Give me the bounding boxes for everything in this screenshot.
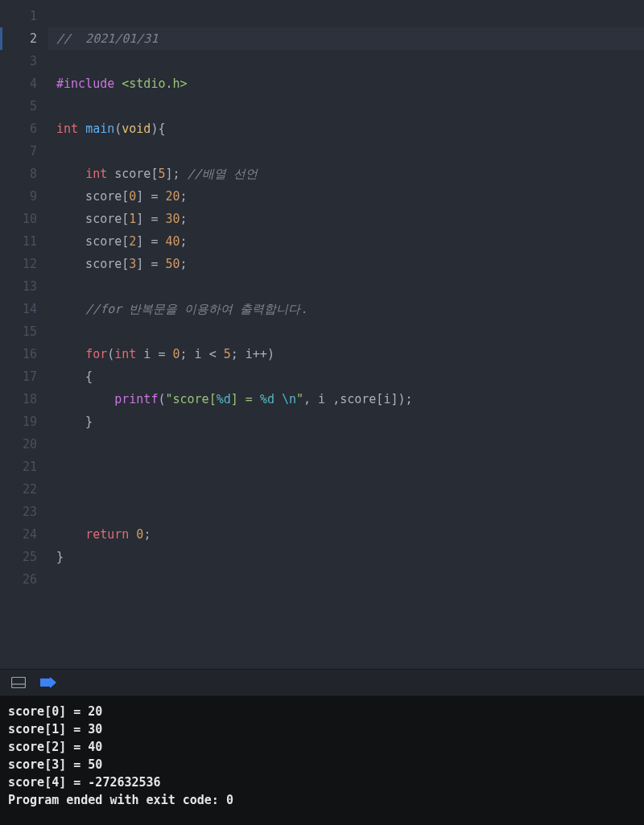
line-number: 6 xyxy=(0,118,37,140)
line-number: 9 xyxy=(0,185,37,208)
code-area[interactable]: // 2021/01/31#include <stdio.h>int main(… xyxy=(48,5,644,669)
code-line[interactable]: // 2021/01/31 xyxy=(48,27,644,50)
line-number: 12 xyxy=(0,253,37,275)
line-number: 26 xyxy=(0,568,37,591)
line-number: 17 xyxy=(0,365,37,388)
code-line[interactable]: printf("score[%d] = %d \n", i ,score[i])… xyxy=(48,388,644,410)
line-number: 8 xyxy=(0,163,37,185)
line-number: 14 xyxy=(0,298,37,320)
line-number: 3 xyxy=(0,50,37,72)
code-line[interactable]: { xyxy=(48,365,644,388)
code-line[interactable]: for(int i = 0; i < 5; i++) xyxy=(48,343,644,365)
code-editor[interactable]: 1234567891011121314151617181920212223242… xyxy=(0,0,644,669)
line-number: 15 xyxy=(0,320,37,343)
code-line[interactable] xyxy=(48,456,644,478)
code-line[interactable]: score[1] = 30; xyxy=(48,208,644,230)
line-number-gutter: 1234567891011121314151617181920212223242… xyxy=(0,5,48,669)
code-line[interactable]: score[2] = 40; xyxy=(48,230,644,253)
code-line[interactable] xyxy=(48,50,644,72)
code-line[interactable] xyxy=(48,320,644,343)
code-line[interactable] xyxy=(48,568,644,591)
run-arrow-icon[interactable] xyxy=(40,677,56,688)
code-line[interactable]: } xyxy=(48,410,644,433)
line-number: 11 xyxy=(0,230,37,253)
svg-marker-2 xyxy=(40,677,56,688)
line-number: 4 xyxy=(0,72,37,95)
line-number: 5 xyxy=(0,95,37,118)
code-line[interactable] xyxy=(48,5,644,27)
line-number: 2 xyxy=(0,27,37,50)
code-line[interactable] xyxy=(48,478,644,501)
line-number: 19 xyxy=(0,410,37,433)
line-number: 18 xyxy=(0,388,37,410)
code-line[interactable]: int score[5]; //배열 선언 xyxy=(48,163,644,185)
code-line[interactable]: #include <stdio.h> xyxy=(48,72,644,95)
line-number: 22 xyxy=(0,478,37,501)
line-number: 25 xyxy=(0,546,37,568)
panel-icon[interactable] xyxy=(11,677,26,688)
line-number: 24 xyxy=(0,523,37,546)
line-number: 21 xyxy=(0,456,37,478)
console-toolbar xyxy=(0,669,644,696)
code-line[interactable] xyxy=(48,140,644,163)
line-number: 7 xyxy=(0,140,37,163)
svg-rect-0 xyxy=(12,678,26,688)
line-number: 1 xyxy=(0,5,37,27)
code-line[interactable] xyxy=(48,95,644,118)
line-number: 20 xyxy=(0,433,37,456)
code-line[interactable] xyxy=(48,433,644,456)
code-line[interactable]: return 0; xyxy=(48,523,644,546)
line-number: 10 xyxy=(0,208,37,230)
line-number: 16 xyxy=(0,343,37,365)
code-line[interactable] xyxy=(48,275,644,298)
console-output: score[0] = 20 score[1] = 30 score[2] = 4… xyxy=(0,696,644,825)
code-line[interactable]: int main(void){ xyxy=(48,118,644,140)
active-line-marker xyxy=(0,27,2,50)
code-line[interactable] xyxy=(48,501,644,523)
code-line[interactable]: } xyxy=(48,546,644,568)
line-number: 13 xyxy=(0,275,37,298)
code-line[interactable]: score[3] = 50; xyxy=(48,253,644,275)
code-line[interactable]: //for 반복문을 이용하여 출력합니다. xyxy=(48,298,644,320)
code-line[interactable]: score[0] = 20; xyxy=(48,185,644,208)
line-number: 23 xyxy=(0,501,37,523)
